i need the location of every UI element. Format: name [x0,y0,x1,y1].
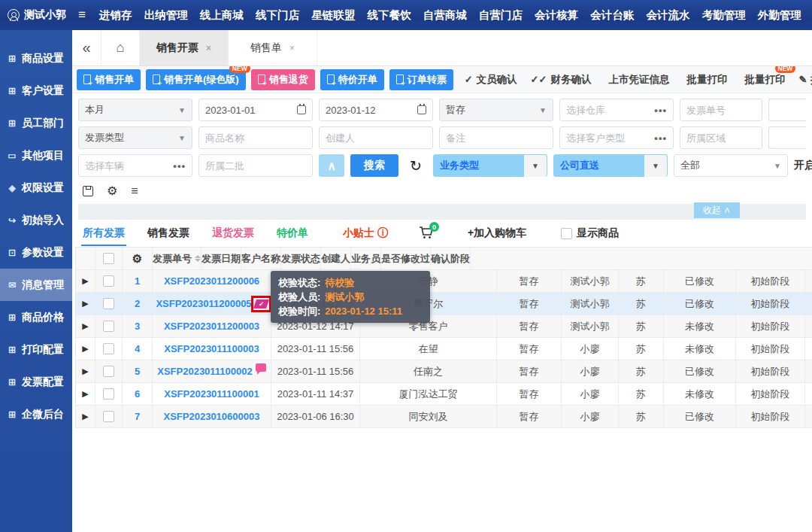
close-tab-icon[interactable]: × [289,43,295,53]
expand-row-icon[interactable]: ▶ [82,389,88,399]
menu-toggle-icon[interactable]: ≡ [78,8,86,23]
invoice-no-link[interactable]: XSFP2023011200006 [164,275,259,287]
collapse-filters-button[interactable]: ∧ [319,154,344,177]
clipped-field[interactable] [768,126,806,149]
invoice-no-link[interactable]: XSFP2023011200003 [164,321,259,332]
row-number-link[interactable]: 7 [135,411,140,422]
create-invoice-button[interactable]: 销售开单(绿色版) NEW [146,69,246,90]
ellipsis-icon[interactable]: ••• [654,132,667,144]
column-header[interactable]: 发票状态 [281,248,321,269]
clipped-field[interactable] [768,99,806,121]
column-header[interactable]: 创建人 [321,248,351,269]
nav-menu-item[interactable]: 线下餐饮 [364,8,414,23]
create-invoice-button[interactable]: 销售退货 [251,69,315,90]
tips-link[interactable]: 小贴士 ⓘ [343,226,388,240]
table-row[interactable]: ▶ 5 XSFP2023011100002 2023-01-11 15:56 任… [76,360,812,383]
invoice-no-link[interactable]: XSFP2023011100003 [164,343,259,354]
create-invoice-button[interactable]: 特价开单 [320,69,384,90]
sidebar-item[interactable]: ⊡ 参数设置 [0,236,72,269]
table-row[interactable]: ▶ 3 XSFP2023011200003 2023-01-12 14:17 零… [76,315,812,338]
row-number-link[interactable]: 6 [135,388,140,400]
vehicle-input[interactable] [85,160,173,172]
page-tab[interactable]: 销售单 × [229,30,317,65]
calendar-icon[interactable] [417,105,426,114]
status-select[interactable]: 暂存▼ [439,99,553,121]
expand-row-icon[interactable]: ▶ [82,412,88,421]
row-number-link[interactable]: 1 [135,275,140,287]
remark-field[interactable] [439,126,553,149]
invoice-no-field[interactable] [680,99,762,121]
ellipsis-icon[interactable]: ••• [654,105,667,116]
delivery-select[interactable]: 公司直送▼ [553,154,668,177]
column-header[interactable]: 确认阶段 [431,248,471,269]
sidebar-item[interactable]: ✉ 消息管理 [0,269,72,301]
sidebar-item[interactable]: ⊞ 商品设置 [0,42,72,74]
row-checkbox[interactable] [103,298,114,309]
show-products-toggle[interactable]: 显示商品 [561,226,619,240]
column-header[interactable]: 业务员 [351,248,381,269]
show-products-checkbox[interactable] [561,228,572,239]
remark-input[interactable] [446,132,547,144]
add-to-cart-button[interactable]: +加入购物车 [468,226,526,240]
nav-menu-item[interactable]: 会计流水 [643,8,692,23]
nav-menu-item[interactable]: 自营门店 [476,8,526,23]
select-all-checkbox[interactable] [103,253,114,264]
toolbar-action-button[interactable]: 批量打印 NEW [735,69,791,90]
row-checkbox[interactable] [103,343,114,354]
invoice-type-select[interactable]: 发票类型▼ [78,126,192,149]
create-invoice-button[interactable]: 订单转票 [389,69,453,90]
second-batch-input[interactable] [205,160,306,172]
row-checkbox[interactable] [103,366,114,377]
sidebar-item[interactable]: ⊞ 客户设置 [0,74,72,107]
warehouse-input[interactable] [566,105,654,116]
sidebar-item[interactable]: ⊞ 员工部门 [0,107,72,139]
table-row[interactable]: ▶ 4 XSFP2023011100003 2023-01-11 15:56 在… [76,338,812,360]
cart-icon[interactable]: 0 [418,225,436,242]
create-invoice-button[interactable]: 销售开单 [77,69,141,90]
nav-menu-item[interactable]: 会计核算 [532,8,581,23]
row-number-link[interactable]: 4 [135,343,140,354]
invoice-no-link[interactable]: XSFP2023011100002 [157,366,253,377]
column-header[interactable]: 发票单号 [153,248,201,269]
menu-icon[interactable]: ≡ [131,184,138,198]
vehicle-picker[interactable]: ••• [78,154,192,177]
column-header[interactable]: 是否修改过 [381,248,431,269]
sidebar-item[interactable]: ◈ 权限设置 [0,172,72,204]
customer-type-picker[interactable]: ••• [559,126,674,149]
expand-row-icon[interactable]: ▶ [82,276,88,286]
product-name-field[interactable] [198,126,313,149]
refresh-icon[interactable]: ↻ [404,157,427,175]
home-icon[interactable]: ⌂ [101,30,140,65]
nav-menu-item[interactable]: 线上商城 [197,8,247,23]
view-tab[interactable]: 所有发票 [81,220,126,246]
all-select[interactable]: 全部▼ [674,154,788,177]
period-select[interactable]: 本月▼ [78,99,192,121]
ellipsis-icon[interactable]: ••• [173,160,186,172]
sidebar-item[interactable]: ⊞ 企微后台 [0,398,72,430]
toolbar-action-button[interactable]: ✎ 批量审批 [792,69,812,90]
customer-type-input[interactable] [566,132,654,144]
table-row[interactable]: ▶ 1 XSFP2023011200006 2023-01-12 15:14 宁… [76,270,812,293]
gear-icon[interactable]: ⚙ [132,252,142,266]
sort-icon[interactable] [195,255,201,262]
sidebar-item[interactable]: ⊞ 打印配置 [0,333,72,366]
row-number-link[interactable]: 5 [135,366,140,377]
column-header[interactable]: 发票日期 [201,248,241,269]
toolbar-action-button[interactable]: ✓ 文员确认 [459,69,523,90]
nav-menu-item[interactable]: 出纳管理 [141,8,191,23]
expand-row-icon[interactable]: ▶ [82,321,88,331]
current-user[interactable]: 测试小郭 [8,8,66,22]
creator-field[interactable] [319,126,433,149]
date-from-field[interactable] [198,99,313,121]
row-checkbox[interactable] [103,321,114,332]
expand-row-icon[interactable]: ▶ [82,344,88,354]
row-number-link[interactable]: 3 [135,321,140,332]
nav-menu-item[interactable]: 外勤管理 [755,8,804,23]
sidebar-item[interactable]: ↪ 初始导入 [0,204,72,236]
nav-menu-item[interactable]: 会计台账 [587,8,637,23]
save-icon[interactable] [83,186,93,196]
nav-menu-item[interactable]: 星链联盟 [308,8,358,23]
collapse-sidebar-icon[interactable]: « [72,30,101,65]
expand-row-icon[interactable]: ▶ [82,366,88,376]
invoice-no-link[interactable]: XSFP2023011100001 [164,388,259,400]
